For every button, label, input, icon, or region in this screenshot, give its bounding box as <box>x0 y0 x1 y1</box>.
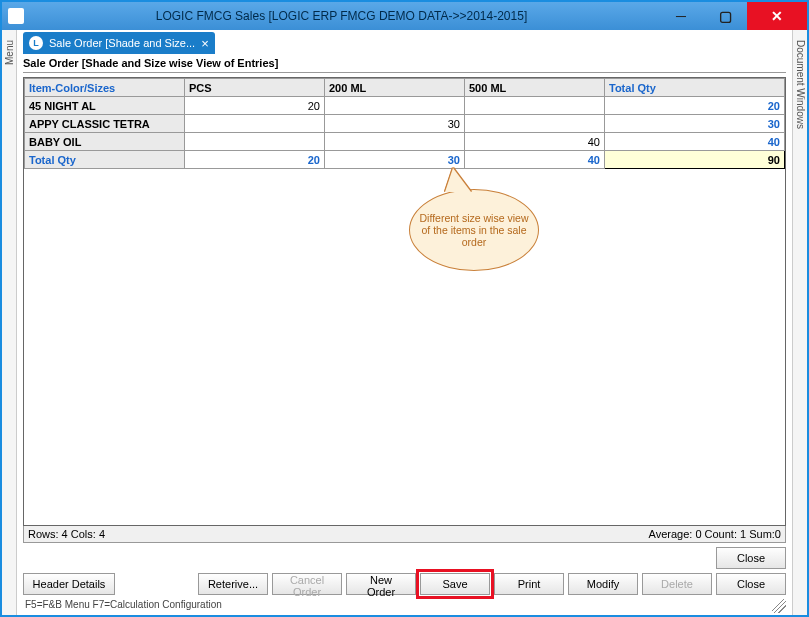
reterive-button[interactable]: Reterive... <box>198 573 268 595</box>
pcs-cell[interactable]: 20 <box>185 97 325 115</box>
header-details-button[interactable]: Header Details <box>23 573 115 595</box>
document-windows-panel-tab[interactable]: Document Windows <box>792 30 807 615</box>
close-button-upper[interactable]: Close <box>716 547 786 569</box>
app-icon <box>8 8 24 24</box>
maximize-button[interactable]: ▢ <box>703 2 747 30</box>
table-row[interactable]: 45 NIGHT AL 20 20 <box>25 97 785 115</box>
annotation-callout: Different size wise view of the items in… <box>409 189 539 271</box>
col-total-qty[interactable]: Total Qty <box>605 79 785 97</box>
ml200-cell[interactable]: 30 <box>325 115 465 133</box>
window-titlebar: LOGIC FMCG Sales [LOGIC ERP FMCG DEMO DA… <box>2 2 807 30</box>
tab-label: Sale Order [Shade and Size... <box>49 37 195 49</box>
menu-panel-tab[interactable]: Menu <box>2 30 17 615</box>
minimize-button[interactable]: ─ <box>659 2 703 30</box>
page-title: Sale Order [Shade and Size wise View of … <box>23 54 786 73</box>
grid-empty-area: Different size wise view of the items in… <box>24 169 785 525</box>
close-window-button[interactable]: ✕ <box>747 2 807 30</box>
ml200-cell[interactable] <box>325 97 465 115</box>
footer-hint-bar: F5=F&B Menu F7=Calculation Configuration <box>23 595 786 613</box>
ml500-cell[interactable]: 40 <box>465 133 605 151</box>
ml500-cell[interactable] <box>465 115 605 133</box>
item-cell: 45 NIGHT AL <box>25 97 185 115</box>
rowtotal-cell: 30 <box>605 115 785 133</box>
grid-status-left: Rows: 4 Cols: 4 <box>28 528 105 540</box>
total-label: Total Qty <box>25 151 185 169</box>
table-row[interactable]: APPY CLASSIC TETRA 30 30 <box>25 115 785 133</box>
window-title: LOGIC FMCG Sales [LOGIC ERP FMCG DEMO DA… <box>24 9 659 23</box>
total-500ml: 40 <box>465 151 605 169</box>
save-button[interactable]: Save <box>420 573 490 595</box>
button-row-upper: Close <box>23 547 786 569</box>
col-500ml[interactable]: 500 ML <box>465 79 605 97</box>
grand-total: 90 <box>605 151 785 169</box>
total-200ml: 30 <box>325 151 465 169</box>
button-row-main: Header Details Reterive... Cancel Order … <box>23 573 786 595</box>
rowtotal-cell: 40 <box>605 133 785 151</box>
total-row: Total Qty 20 30 40 90 <box>25 151 785 169</box>
delete-button: Delete <box>642 573 712 595</box>
rowtotal-cell: 20 <box>605 97 785 115</box>
document-tab-sale-order[interactable]: L Sale Order [Shade and Size... × <box>23 32 215 54</box>
callout-text: Different size wise view of the items in… <box>418 212 530 248</box>
table-row[interactable]: BABY OIL 40 40 <box>25 133 785 151</box>
item-cell: BABY OIL <box>25 133 185 151</box>
col-pcs[interactable]: PCS <box>185 79 325 97</box>
print-button[interactable]: Print <box>494 573 564 595</box>
item-cell: APPY CLASSIC TETRA <box>25 115 185 133</box>
footer-hint-text: F5=F&B Menu F7=Calculation Configuration <box>25 599 222 613</box>
close-button-lower[interactable]: Close <box>716 573 786 595</box>
cancel-order-button: Cancel Order <box>272 573 342 595</box>
col-200ml[interactable]: 200 ML <box>325 79 465 97</box>
tab-doc-icon: L <box>29 36 43 50</box>
col-item[interactable]: Item-Color/Sizes <box>25 79 185 97</box>
total-pcs: 20 <box>185 151 325 169</box>
resize-grip-icon[interactable] <box>772 599 786 613</box>
menu-panel-label: Menu <box>4 40 15 65</box>
data-grid-container: Item-Color/Sizes PCS 200 ML 500 ML Total… <box>23 77 786 526</box>
grid-status-right: Average: 0 Count: 1 Sum:0 <box>649 528 782 540</box>
grid-status-bar: Rows: 4 Cols: 4 Average: 0 Count: 1 Sum:… <box>23 526 786 543</box>
ml500-cell[interactable] <box>465 97 605 115</box>
data-grid[interactable]: Item-Color/Sizes PCS 200 ML 500 ML Total… <box>24 78 785 169</box>
tab-close-icon[interactable]: × <box>201 36 209 51</box>
window-controls: ─ ▢ ✕ <box>659 2 807 30</box>
pcs-cell[interactable] <box>185 133 325 151</box>
modify-button[interactable]: Modify <box>568 573 638 595</box>
document-windows-label: Document Windows <box>795 40 806 129</box>
grid-header-row: Item-Color/Sizes PCS 200 ML 500 ML Total… <box>25 79 785 97</box>
document-tab-strip: L Sale Order [Shade and Size... × <box>23 32 786 54</box>
ml200-cell[interactable] <box>325 133 465 151</box>
new-order-button[interactable]: New Order <box>346 573 416 595</box>
pcs-cell[interactable] <box>185 115 325 133</box>
